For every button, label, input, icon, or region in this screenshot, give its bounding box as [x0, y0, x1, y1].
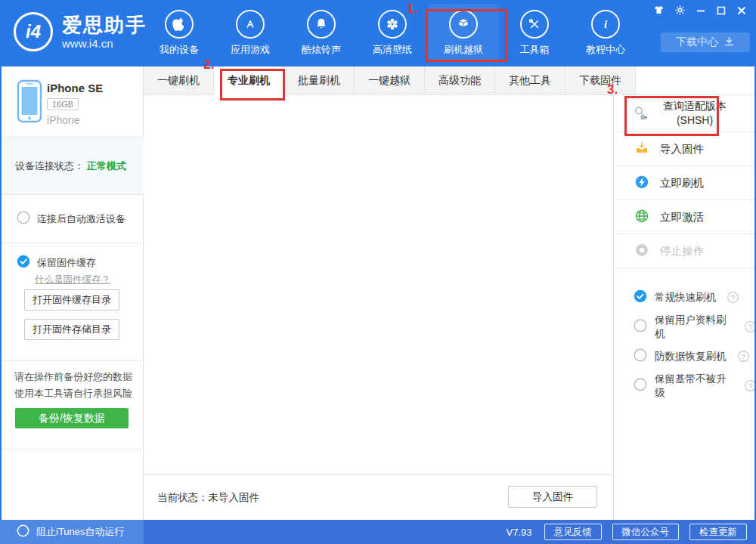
action-stop-operation: 停止操作: [614, 234, 756, 268]
tab-download-firmware[interactable]: 下载固件: [565, 66, 636, 95]
tab-pro-flash[interactable]: 专业刷机: [214, 66, 284, 95]
shsh-search-icon: SH: [631, 104, 649, 125]
device-name: iPhone SE: [47, 82, 103, 94]
backup-restore-button[interactable]: 备份/恢复数据: [15, 408, 129, 428]
main-content: 当前状态：未导入固件 导入固件: [144, 95, 614, 520]
nav-label: 我的设备: [144, 43, 215, 57]
tools-icon: [520, 10, 549, 39]
nav-label: 酷炫铃声: [286, 43, 357, 57]
download-center-label: 下载中心: [676, 36, 718, 49]
block-itunes-option[interactable]: 阻止iTunes自动运行: [0, 520, 144, 544]
tab-one-key-flash[interactable]: 一键刷机: [144, 66, 214, 95]
import-firmware-icon: [634, 140, 650, 159]
tab-batch-flash[interactable]: 批量刷机: [284, 66, 355, 95]
firmware-status-row: 当前状态：未导入固件 导入固件: [144, 474, 613, 520]
footer-bar: 阻止iTunes自动运行 V7.93 意见反馈 微信公众号 检查更新: [0, 520, 756, 544]
mode-label: 常规快速刷机: [655, 291, 716, 304]
device-info-section: iPhone SE 16GB iPhone: [0, 66, 144, 138]
settings-gear-icon[interactable]: [674, 5, 686, 16]
connection-status-value: 正常模式: [87, 159, 126, 173]
actions-sidebar: SH 查询适配版本 (SHSH) 导入固件 立即刷机 立即激活 停止操作: [614, 95, 756, 520]
keep-cache-checkbox[interactable]: 保留固件缓存: [17, 255, 96, 270]
import-firmware-button[interactable]: 导入固件: [508, 486, 597, 508]
radio-unchecked-icon: [634, 378, 647, 394]
firmware-cache-section: 保留固件缓存 什么是固件缓存？ 打开固件缓存目录 打开固件存储目录: [0, 243, 144, 361]
bell-icon: [307, 10, 336, 39]
feedback-button[interactable]: 意见反馈: [544, 524, 602, 540]
action-label: 立即激活: [660, 210, 704, 224]
nav-item-ringtones[interactable]: 酷炫铃声: [286, 4, 357, 60]
action-flash-now[interactable]: 立即刷机: [614, 166, 756, 200]
action-sublabel: (SHSH): [653, 113, 736, 128]
help-question-icon[interactable]: ?: [738, 351, 749, 362]
open-storage-dir-button[interactable]: 打开固件存储目录: [24, 319, 119, 340]
mode-keep-user-data[interactable]: 保留用户资料刷机 ?: [614, 312, 756, 342]
checkbox-checked-icon: [17, 255, 30, 270]
radio-unchecked-icon: [634, 348, 647, 364]
mode-label: 防数据恢复刷机: [655, 350, 727, 363]
close-icon[interactable]: [736, 5, 747, 16]
header: i4 爱思助手 www.i4.cn 我的设备 应用游戏: [0, 0, 756, 66]
theme-skin-icon[interactable]: [653, 5, 665, 16]
download-center-button[interactable]: 下载中心: [661, 32, 750, 52]
nav-item-toolbox[interactable]: 工具箱: [499, 4, 570, 60]
nav-item-wallpapers[interactable]: 高清壁纸: [357, 4, 428, 60]
apple-icon: [165, 10, 194, 39]
auto-activate-option[interactable]: 连接后自动激活设备: [0, 195, 144, 243]
radio-unchecked-icon: [17, 524, 29, 540]
svg-text:i: i: [604, 18, 607, 30]
window-edge-left: [0, 66, 2, 520]
maximize-icon[interactable]: [716, 5, 727, 16]
tab-other-tools[interactable]: 其他工具: [495, 66, 565, 95]
nav-label: 工具箱: [499, 43, 570, 57]
nav-item-my-device[interactable]: 我的设备: [144, 4, 215, 60]
logo-text: 爱思助手 www.i4.cn: [62, 14, 147, 50]
mode-normal-fast-flash[interactable]: 常规快速刷机 ?: [614, 283, 756, 312]
current-status-label: 当前状态：未导入固件: [157, 491, 259, 505]
tab-one-key-jailbreak[interactable]: 一键越狱: [355, 66, 425, 95]
svg-text:?: ?: [748, 323, 752, 331]
action-query-shsh[interactable]: SH 查询适配版本 (SHSH): [614, 95, 756, 132]
svg-text:?: ?: [731, 293, 735, 301]
footer-actions: V7.93 意见反馈 微信公众号 检查更新: [507, 520, 747, 544]
action-label-2line: 查询适配版本 (SHSH): [653, 99, 736, 128]
radio-unchecked-icon: [634, 319, 647, 335]
nav-item-tutorials[interactable]: i 教程中心: [570, 4, 641, 60]
nav-label: 教程中心: [570, 43, 641, 57]
radio-checked-icon: [634, 289, 647, 305]
keep-cache-label: 保留固件缓存: [37, 256, 96, 270]
action-activate-now[interactable]: 立即激活: [614, 200, 756, 234]
main-nav: 我的设备 应用游戏 酷炫铃声 高清壁纸: [144, 4, 641, 60]
mode-label: 保留基带不被升级: [655, 372, 733, 400]
minimize-icon[interactable]: [696, 5, 706, 16]
auto-activate-label: 连接后自动激活设备: [37, 212, 125, 226]
open-cache-dir-button[interactable]: 打开固件缓存目录: [24, 289, 119, 311]
what-is-cache-link[interactable]: 什么是固件缓存？: [35, 274, 110, 286]
app-url: www.i4.cn: [62, 37, 147, 50]
connection-status-label: 设备连接状态：: [15, 159, 84, 173]
connection-status-section: 设备连接状态： 正常模式: [0, 138, 144, 195]
svg-text:?: ?: [741, 352, 745, 360]
flash-device-icon: [634, 174, 650, 193]
mode-keep-baseband[interactable]: 保留基带不被升级 ?: [614, 371, 756, 400]
flash-mode-options: 常规快速刷机 ? 保留用户资料刷机 ? 防数据恢复刷机 ? 保留基带不被升级 ?: [614, 268, 756, 400]
nav-item-flash-jailbreak[interactable]: 刷机越狱: [428, 4, 499, 60]
device-family: iPhone: [47, 114, 80, 126]
nav-label: 高清壁纸: [357, 43, 428, 57]
app-logo: i4 爱思助手 www.i4.cn: [14, 12, 147, 51]
nav-item-apps-games[interactable]: 应用游戏: [215, 4, 286, 60]
action-label: 导入固件: [660, 142, 704, 156]
action-import-firmware[interactable]: 导入固件: [614, 132, 756, 166]
tab-advanced[interactable]: 高级功能: [425, 66, 495, 95]
logo-i4-icon: i4: [14, 12, 53, 51]
mode-anti-data-recovery[interactable]: 防数据恢复刷机 ?: [614, 342, 756, 371]
version-label: V7.93: [507, 527, 532, 538]
help-question-icon[interactable]: ?: [727, 292, 739, 303]
backup-warning-section: 请在操作前备份好您的数据 使用本工具请自行承担风险 备份/恢复数据: [0, 361, 144, 450]
wechat-account-button[interactable]: 微信公众号: [612, 524, 680, 540]
stop-icon: [634, 242, 650, 261]
warning-line: 使用本工具请自行承担风险: [14, 387, 132, 400]
check-update-button[interactable]: 检查更新: [689, 524, 747, 540]
block-itunes-label: 阻止iTunes自动运行: [36, 525, 125, 539]
app-title: 爱思助手: [62, 14, 147, 36]
